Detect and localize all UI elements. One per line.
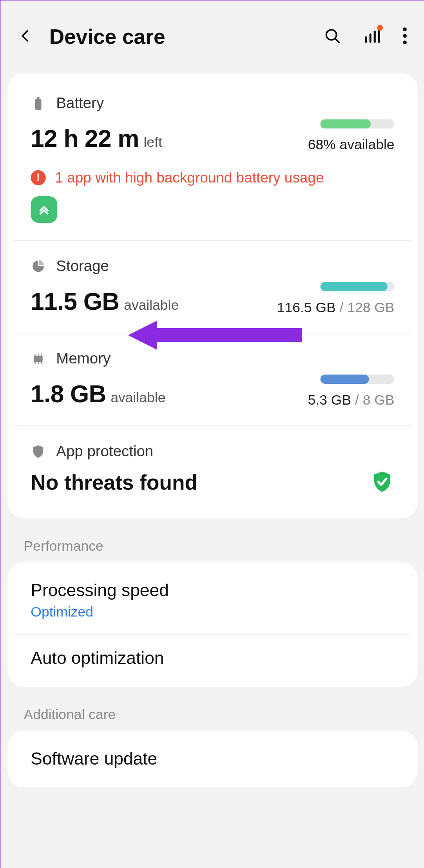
auto-optimization-title: Auto optimization xyxy=(31,648,394,668)
more-options-icon[interactable] xyxy=(402,27,407,47)
svg-rect-11 xyxy=(34,356,42,362)
storage-total: 128 GB xyxy=(347,299,394,315)
memory-label: Memory xyxy=(56,350,111,368)
processing-speed-item[interactable]: Processing speed Optimized xyxy=(7,567,417,634)
battery-bar xyxy=(320,119,394,128)
svg-rect-9 xyxy=(35,98,42,110)
activity-icon[interactable] xyxy=(363,27,381,47)
memory-icon xyxy=(31,351,45,366)
processing-speed-sub: Optimized xyxy=(31,604,394,620)
svg-rect-10 xyxy=(37,97,39,99)
software-update-title: Software update xyxy=(31,749,394,769)
back-button[interactable] xyxy=(18,27,33,47)
svg-point-6 xyxy=(403,27,407,31)
storage-section[interactable]: Storage 11.5 GB available 116.5 GB / 128… xyxy=(13,240,412,333)
storage-usage: 116.5 GB / 128 GB xyxy=(277,299,395,315)
optimize-button[interactable] xyxy=(31,196,57,223)
storage-label: Storage xyxy=(56,257,109,275)
battery-icon xyxy=(31,96,45,111)
additional-care-card: Software update xyxy=(7,731,417,787)
search-icon[interactable] xyxy=(324,27,341,47)
memory-value: 1.8 GB xyxy=(31,380,106,408)
app-protection-section[interactable]: App protection No threats found xyxy=(13,425,412,514)
storage-icon xyxy=(31,259,45,273)
performance-group-label: Performance xyxy=(0,518,424,562)
memory-used: 5.3 GB xyxy=(308,392,351,408)
processing-speed-title: Processing speed xyxy=(31,580,394,600)
svg-line-1 xyxy=(335,39,339,42)
memory-suffix: available xyxy=(111,390,165,406)
svg-point-8 xyxy=(403,40,407,44)
page-title: Device care xyxy=(49,25,308,49)
performance-card: Processing speed Optimized Auto optimiza… xyxy=(7,562,417,687)
battery-percent: 68% available xyxy=(308,137,395,153)
storage-suffix: available xyxy=(124,297,179,313)
battery-label: Battery xyxy=(56,94,104,112)
memory-section[interactable]: Memory 1.8 GB available 5.3 GB / 8 GB xyxy=(13,333,412,425)
shield-icon xyxy=(31,444,45,459)
header: Device care xyxy=(0,0,424,73)
storage-bar xyxy=(320,282,394,291)
memory-usage: 5.3 GB / 8 GB xyxy=(308,392,395,408)
protection-status: No threats found xyxy=(31,471,198,495)
warning-icon: ! xyxy=(31,170,45,185)
battery-warning[interactable]: ! 1 app with high background battery usa… xyxy=(31,169,394,186)
storage-value: 11.5 GB xyxy=(31,288,119,316)
status-card: Battery 12 h 22 m left 68% available ! 1… xyxy=(7,74,417,518)
storage-used: 116.5 GB xyxy=(277,299,336,315)
memory-total: 8 GB xyxy=(363,392,395,408)
memory-bar xyxy=(320,374,394,384)
battery-value: 12 h 22 m xyxy=(31,125,139,153)
svg-point-7 xyxy=(403,34,407,38)
protection-label: App protection xyxy=(56,442,153,460)
shield-check-icon xyxy=(370,470,394,496)
additional-care-group-label: Additional care xyxy=(0,687,424,731)
auto-optimization-item[interactable]: Auto optimization xyxy=(13,634,412,682)
battery-suffix: left xyxy=(143,134,162,150)
battery-warning-text: 1 app with high background battery usage xyxy=(55,169,324,186)
software-update-item[interactable]: Software update xyxy=(7,735,417,783)
notification-dot-icon xyxy=(377,25,383,31)
battery-section[interactable]: Battery 12 h 22 m left 68% available ! 1… xyxy=(7,78,417,241)
